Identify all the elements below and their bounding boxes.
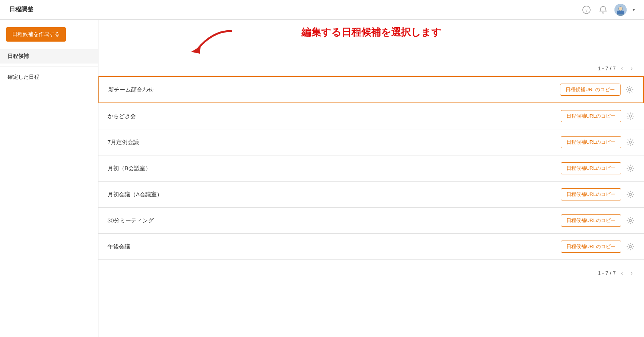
header-icons: ? ▾ [581, 4, 635, 16]
pagination-range-top: 1 - 7 / 7 [598, 65, 616, 71]
copy-url-button-5[interactable]: 日程候補URLのコピー [561, 214, 621, 227]
item-actions-0: 日程候補URLのコピー [560, 84, 634, 96]
svg-marker-7 [191, 46, 201, 54]
pagination-top: 1 - 7 / 7 ‹ › [98, 61, 644, 76]
gear-icon-2[interactable] [626, 138, 635, 147]
header: 日程調整 ? [0, 0, 644, 20]
svg-point-11 [629, 167, 632, 169]
item-actions-4: 日程候補URLのコピー [561, 188, 635, 200]
item-name-3[interactable]: 月初（B会議室） [108, 165, 151, 172]
list-item: かちどき会日程候補URLのコピー [98, 103, 644, 129]
list-item: 月初（B会議室）日程候補URLのコピー [98, 155, 644, 182]
pagination-bottom: 1 - 7 / 7 ‹ › [98, 266, 644, 280]
svg-point-13 [629, 219, 632, 222]
list-item: 月初会議（A会議室）日程候補URLのコピー [98, 182, 644, 208]
prev-page-top[interactable]: ‹ [619, 64, 625, 73]
item-name-6[interactable]: 午後会議 [108, 243, 130, 250]
list-item: 新チーム顔合わせ日程候補URLのコピー [98, 76, 644, 103]
page-title: 日程調整 [9, 6, 33, 14]
avatar[interactable] [614, 4, 627, 16]
gear-icon-1[interactable] [626, 112, 635, 121]
list-item: 午後会議日程候補URLのコピー [98, 234, 644, 260]
next-page-top[interactable]: › [628, 64, 635, 73]
gear-icon-4[interactable] [626, 190, 635, 199]
svg-point-5 [619, 7, 622, 11]
svg-text:?: ? [585, 7, 588, 13]
item-actions-3: 日程候補URLのコピー [561, 162, 635, 174]
user-menu-chevron[interactable]: ▾ [633, 7, 635, 12]
annotation-area: 編集する日程候補を選択します [98, 20, 644, 61]
pagination-range-bottom: 1 - 7 / 7 [598, 270, 616, 276]
item-actions-2: 日程候補URLのコピー [561, 136, 635, 148]
svg-point-8 [628, 89, 631, 91]
sidebar-item-confirmed[interactable]: 確定した日程 [0, 70, 98, 84]
copy-url-button-3[interactable]: 日程候補URLのコピー [561, 162, 621, 174]
sidebar: 日程候補を作成する 日程候補 確定した日程 [0, 20, 98, 337]
layout: 日程候補を作成する 日程候補 確定した日程 編集する日程候補を選択します [0, 20, 644, 337]
svg-point-14 [629, 245, 632, 248]
list-item: 30分ミーティング日程候補URLのコピー [98, 208, 644, 234]
gear-icon-5[interactable] [626, 216, 635, 225]
create-candidate-button[interactable]: 日程候補を作成する [6, 27, 66, 42]
gear-icon-0[interactable] [625, 85, 634, 94]
item-actions-5: 日程候補URLのコピー [561, 214, 635, 227]
svg-point-10 [629, 141, 632, 143]
item-name-1[interactable]: かちどき会 [108, 113, 136, 120]
gear-icon-3[interactable] [626, 164, 635, 173]
items-list: 新チーム顔合わせ日程候補URLのコピー かちどき会日程候補URLのコピー 7月定… [98, 76, 644, 260]
copy-url-button-4[interactable]: 日程候補URLのコピー [561, 188, 621, 200]
annotation-arrow [174, 23, 250, 57]
gear-icon-6[interactable] [626, 242, 635, 251]
prev-page-bottom[interactable]: ‹ [619, 269, 625, 277]
item-name-4[interactable]: 月初会議（A会議室） [108, 191, 162, 198]
copy-url-button-2[interactable]: 日程候補URLのコピー [561, 136, 621, 148]
sidebar-item-candidates[interactable]: 日程候補 [0, 49, 98, 64]
list-item: 7月定例会議日程候補URLのコピー [98, 129, 644, 155]
next-page-bottom[interactable]: › [628, 269, 635, 277]
copy-url-button-6[interactable]: 日程候補URLのコピー [561, 241, 621, 253]
svg-point-12 [629, 193, 632, 196]
bell-icon[interactable] [598, 5, 608, 15]
svg-point-9 [629, 115, 632, 117]
svg-rect-6 [617, 11, 624, 14]
main-content: 編集する日程候補を選択します 1 - 7 / 7 ‹ › 新チーム顔合わせ日程候… [98, 20, 644, 337]
copy-url-button-0[interactable]: 日程候補URLのコピー [560, 84, 621, 96]
item-name-5[interactable]: 30分ミーティング [108, 217, 154, 224]
item-name-0[interactable]: 新チーム顔合わせ [108, 86, 154, 93]
sidebar-divider [0, 67, 98, 67]
item-actions-1: 日程候補URLのコピー [561, 110, 635, 122]
item-actions-6: 日程候補URLのコピー [561, 241, 635, 253]
item-name-2[interactable]: 7月定例会議 [108, 139, 139, 146]
annotation-text: 編集する日程候補を選択します [301, 26, 441, 39]
help-icon[interactable]: ? [581, 5, 592, 15]
avatar-image [614, 4, 627, 16]
copy-url-button-1[interactable]: 日程候補URLのコピー [561, 110, 621, 122]
sidebar-nav: 日程候補 確定した日程 [0, 49, 98, 84]
